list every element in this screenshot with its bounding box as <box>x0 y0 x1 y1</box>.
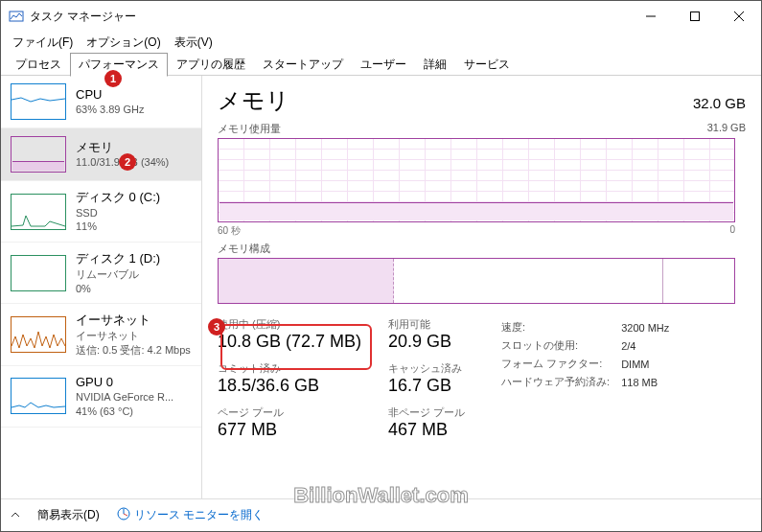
resmon-label: リソース モニターを開く <box>134 507 264 523</box>
annotation-badge-3: 3 <box>208 318 225 335</box>
committed-value: 18.5/36.6 GB <box>218 376 361 396</box>
cached-value: 16.7 GB <box>388 376 474 396</box>
gpu-sub2: 41% (63 °C) <box>76 405 173 419</box>
svg-rect-2 <box>691 12 700 21</box>
disk1-sub1: リムーバブル <box>76 267 160 282</box>
resource-monitor-link[interactable]: リソース モニターを開く <box>117 507 264 523</box>
disk1-name: ディスク 1 (D:) <box>76 250 160 267</box>
spec-slots-value: 2/4 <box>621 337 679 354</box>
spec-speed-value: 3200 MHz <box>621 319 679 335</box>
available-value: 20.9 GB <box>388 332 474 352</box>
memory-composition-chart[interactable] <box>218 258 735 304</box>
usage-chart-label: メモリ使用量 <box>218 122 281 136</box>
axis-right: 0 <box>729 224 735 238</box>
memory-usage-chart[interactable] <box>218 138 735 222</box>
disk0-sub2: 11% <box>76 220 160 234</box>
paged-label: ページ プール <box>218 405 361 420</box>
app-icon <box>9 9 24 24</box>
gpu-name: GPU 0 <box>76 374 173 391</box>
available-label: 利用可能 <box>388 317 474 332</box>
svg-line-7 <box>124 514 127 516</box>
minimize-button[interactable] <box>629 1 673 32</box>
disk1-sub2: 0% <box>76 282 160 296</box>
disk1-thumb-icon <box>11 255 66 291</box>
spec-form-label: フォーム ファクター: <box>501 356 619 372</box>
task-manager-window: タスク マネージャー ファイル(F) オプション(O) 表示(V) プロセス パ… <box>0 0 762 532</box>
titlebar: タスク マネージャー <box>1 1 761 32</box>
spec-hw-label: ハードウェア予約済み: <box>501 374 619 390</box>
spec-hw-value: 118 MB <box>621 374 679 390</box>
chevron-up-icon <box>11 509 20 522</box>
svg-rect-0 <box>10 12 23 21</box>
menu-file[interactable]: ファイル(F) <box>7 33 79 53</box>
memory-panel: メモリ 32.0 GB メモリ使用量 31.9 GB 60 秒 0 メモリ構成 <box>202 76 761 498</box>
eth-name: イーサネット <box>76 312 191 329</box>
sidebar-item-cpu[interactable]: CPU 63% 3.89 GHz <box>1 76 201 128</box>
footer: 簡易表示(D) リソース モニターを開く <box>1 498 761 531</box>
fewer-details-link[interactable]: 簡易表示(D) <box>37 507 100 523</box>
maximize-button[interactable] <box>673 1 717 32</box>
nonpaged-value: 467 MB <box>388 420 474 440</box>
annotation-badge-2: 2 <box>119 153 136 171</box>
cached-label: キャッシュ済み <box>388 361 474 376</box>
disk0-sub1: SSD <box>76 206 160 220</box>
sidebar-item-disk1[interactable]: ディスク 1 (D:) リムーバブル 0% <box>1 243 201 304</box>
tab-services[interactable]: サービス <box>455 53 519 76</box>
tab-startup[interactable]: スタートアップ <box>254 53 352 76</box>
memory-name: メモリ <box>76 139 169 156</box>
memory-thumb-icon <box>11 136 66 173</box>
sidebar-item-ethernet[interactable]: イーサネット イーサネット 送信: 0.5 受信: 4.2 Mbps <box>1 304 201 365</box>
eth-sub2: 送信: 0.5 受信: 4.2 Mbps <box>76 343 191 358</box>
sidebar-item-memory[interactable]: メモリ 11.0/31.9 GB (34%) <box>1 128 201 181</box>
total-memory: 32.0 GB <box>693 95 746 111</box>
tab-app-history[interactable]: アプリの履歴 <box>168 53 254 76</box>
cpu-name: CPU <box>76 86 145 104</box>
panel-title: メモリ <box>218 85 289 116</box>
gpu-sub1: NVIDIA GeForce R... <box>76 390 173 405</box>
memory-spec-table: 速度:3200 MHz スロットの使用:2/4 フォーム ファクター:DIMM … <box>499 317 681 440</box>
sidebar-item-disk0[interactable]: ディスク 0 (C:) SSD 11% <box>1 181 201 243</box>
spec-speed-label: 速度: <box>501 319 619 335</box>
sidebar-item-gpu[interactable]: GPU 0 NVIDIA GeForce R... 41% (63 °C) <box>1 366 201 428</box>
inuse-label: 使用中 (圧縮) <box>218 317 361 332</box>
tab-details[interactable]: 詳細 <box>415 53 455 76</box>
gpu-thumb-icon <box>11 378 66 414</box>
spec-slots-label: スロットの使用: <box>501 337 619 354</box>
usage-chart-max: 31.9 GB <box>707 122 746 136</box>
eth-sub1: イーサネット <box>76 329 191 343</box>
disk0-thumb-icon <box>11 194 66 230</box>
nonpaged-label: 非ページ プール <box>388 405 474 420</box>
composition-label: メモリ構成 <box>218 242 270 256</box>
tab-processes[interactable]: プロセス <box>7 53 70 76</box>
menu-view[interactable]: 表示(V) <box>169 33 219 53</box>
window-title: タスク マネージャー <box>30 9 136 25</box>
performance-sidebar: CPU 63% 3.89 GHz メモリ 11.0/31.9 GB (34%) <box>1 76 202 498</box>
cpu-sub: 63% 3.89 GHz <box>76 103 145 117</box>
ethernet-thumb-icon <box>11 316 66 353</box>
menubar: ファイル(F) オプション(O) 表示(V) <box>1 32 761 53</box>
cpu-thumb-icon <box>11 83 66 120</box>
tab-users[interactable]: ユーザー <box>352 53 415 76</box>
disk0-name: ディスク 0 (C:) <box>76 189 160 206</box>
menu-options[interactable]: オプション(O) <box>81 33 166 53</box>
annotation-badge-1: 1 <box>104 70 122 87</box>
close-button[interactable] <box>717 1 761 32</box>
inuse-value: 10.8 GB (72.7 MB) <box>218 332 361 352</box>
axis-left: 60 秒 <box>218 224 241 238</box>
resmon-icon <box>117 507 130 523</box>
paged-value: 677 MB <box>218 420 361 440</box>
committed-label: コミット済み <box>218 361 361 376</box>
spec-form-value: DIMM <box>621 356 679 372</box>
